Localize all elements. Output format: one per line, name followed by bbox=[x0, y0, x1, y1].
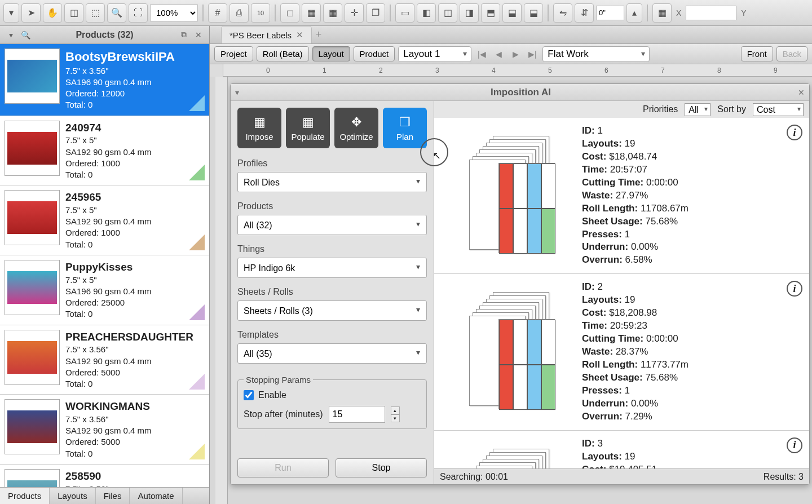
products-select[interactable]: All (32) bbox=[237, 215, 427, 235]
priorities-label: Priorities bbox=[643, 104, 678, 114]
results-count: Results: 3 bbox=[764, 472, 804, 482]
collapse-icon[interactable]: ▾ bbox=[235, 88, 239, 97]
next-icon[interactable]: ▶ bbox=[509, 47, 522, 61]
pointer-tool-icon[interactable]: ➤ bbox=[21, 3, 41, 23]
product-list[interactable]: BootsyBrewskiIPA 7.5" x 3.56" SA196 90 g… bbox=[0, 44, 209, 487]
flip-h-icon[interactable]: ⇋ bbox=[553, 3, 572, 23]
dropdown-menu-icon[interactable]: ▾ bbox=[3, 3, 19, 23]
rotation-input[interactable] bbox=[596, 6, 624, 20]
layout-button[interactable]: Layout bbox=[312, 46, 350, 61]
left-tab-layouts[interactable]: Layouts bbox=[50, 488, 96, 504]
sheets-select[interactable]: Sheets / Rolls (3) bbox=[237, 300, 427, 321]
back-button[interactable]: Back bbox=[776, 46, 807, 61]
product-item[interactable]: 240974 7.5" x 5" SA192 90 gsm 0.4 mm Ord… bbox=[0, 116, 209, 186]
cross-icon[interactable]: ✛ bbox=[345, 3, 364, 23]
detach-icon[interactable]: ⧉ bbox=[179, 30, 189, 40]
align-top-icon[interactable]: ⬒ bbox=[481, 3, 500, 23]
populate-button[interactable]: ▦Populate bbox=[286, 108, 330, 148]
document-tab[interactable]: *PS Beer Labels ✕ bbox=[221, 26, 312, 43]
enable-checkbox-row[interactable]: Enable bbox=[244, 390, 421, 400]
profiles-select[interactable]: Roll Dies bbox=[237, 172, 427, 192]
chevron-down-icon[interactable]: ▾ bbox=[6, 30, 16, 40]
impose-button[interactable]: ▦Impose bbox=[237, 108, 281, 148]
stop-button[interactable]: Stop bbox=[336, 458, 427, 478]
rotation-stepper[interactable]: ▴ bbox=[626, 3, 642, 23]
measure-tool-icon[interactable]: ⬚ bbox=[86, 3, 105, 23]
close-icon[interactable]: ✕ bbox=[193, 30, 204, 40]
hash-icon[interactable]: # bbox=[208, 3, 227, 23]
result-info: ID: 1 Layouts: 19 Cost: $18,048.74 Time:… bbox=[582, 125, 787, 267]
search-icon[interactable]: 🔍 bbox=[20, 30, 30, 40]
align-center-icon[interactable]: ◫ bbox=[438, 3, 457, 23]
ruler-tick: 9 bbox=[774, 67, 778, 74]
left-tab-automate[interactable]: Automate bbox=[130, 488, 182, 504]
left-tab-files[interactable]: Files bbox=[96, 488, 130, 504]
product-item[interactable]: PREACHERSDAUGHTER 7.5" x 3.56" SA192 90 … bbox=[0, 325, 209, 395]
info-icon[interactable]: i bbox=[787, 281, 802, 297]
select-box-icon[interactable]: ◻ bbox=[280, 3, 299, 23]
result-item[interactable]: ID: 1 Layouts: 19 Cost: $18,048.74 Time:… bbox=[434, 118, 809, 274]
left-tab-products[interactable]: Products bbox=[0, 488, 50, 504]
results-list[interactable]: ID: 1 Layouts: 19 Cost: $18,048.74 Time:… bbox=[434, 118, 809, 468]
camera-icon[interactable]: ⎙ bbox=[230, 3, 249, 23]
product-item[interactable]: 258590 7.5" x 3.56" bbox=[0, 465, 209, 487]
crop-tool-icon[interactable]: ◫ bbox=[64, 3, 83, 23]
align-right-icon[interactable]: ◨ bbox=[460, 3, 479, 23]
zoom-tool-icon[interactable]: 🔍 bbox=[107, 3, 126, 23]
things-select[interactable]: HP Indigo 6k bbox=[237, 258, 427, 278]
product-thumbnail bbox=[5, 330, 60, 385]
run-button[interactable]: Run bbox=[237, 458, 329, 478]
align-mid-icon[interactable]: ⬓ bbox=[502, 3, 522, 23]
align-bot-icon[interactable]: ⬓ bbox=[524, 3, 543, 23]
flip-v-icon[interactable]: ⇵ bbox=[575, 3, 594, 23]
layout-select[interactable]: Layout 1 bbox=[398, 46, 471, 62]
fit-tool-icon[interactable]: ⛶ bbox=[129, 3, 148, 23]
product-item[interactable]: PuppyKisses 7.5" x 5" SA196 90 gsm 0.4 m… bbox=[0, 255, 209, 325]
align-left-icon[interactable]: ◧ bbox=[417, 3, 436, 23]
ruler-tick: 1 bbox=[323, 67, 326, 74]
zoom-select[interactable]: 100% bbox=[150, 5, 198, 21]
sort-select[interactable]: Cost bbox=[753, 103, 804, 116]
enable-checkbox[interactable] bbox=[244, 390, 254, 400]
results-column: Priorities All Sort by Cost ID: 1 Layout… bbox=[434, 101, 809, 484]
optimize-button[interactable]: ✥Optimize bbox=[334, 108, 378, 148]
color-marker-icon bbox=[189, 95, 205, 111]
last-icon[interactable]: ▶| bbox=[526, 47, 539, 61]
close-icon[interactable]: ✕ bbox=[798, 88, 805, 97]
products-panel: ▾ 🔍 Products (32) ⧉ ✕ BootsyBrewskiIPA 7… bbox=[0, 26, 210, 504]
hand-tool-icon[interactable]: ✋ bbox=[43, 3, 62, 23]
priorities-select[interactable]: All bbox=[685, 103, 710, 116]
templates-select[interactable]: All (35) bbox=[237, 343, 427, 364]
result-item[interactable]: ID: 3 Layouts: 19 Cost: $19,405.51 Time:… bbox=[434, 431, 809, 468]
info-icon[interactable]: i bbox=[787, 437, 802, 453]
product-item[interactable]: BootsyBrewskiIPA 7.5" x 3.56" SA196 90 g… bbox=[0, 44, 209, 116]
front-button[interactable]: Front bbox=[741, 46, 773, 61]
project-button[interactable]: Project bbox=[214, 46, 253, 61]
grid3-icon[interactable]: ▦ bbox=[652, 3, 672, 23]
ten-icon[interactable]: 10 bbox=[251, 3, 270, 23]
x-input[interactable] bbox=[686, 6, 736, 20]
plan-button[interactable]: ❐Plan bbox=[383, 108, 427, 148]
panel-header[interactable]: ▾ Imposition AI ✕ bbox=[231, 84, 809, 101]
grid-small-icon[interactable]: ▦ bbox=[302, 3, 321, 23]
stack-icon[interactable]: ❐ bbox=[366, 3, 385, 23]
minutes-stepper[interactable]: ▴ ▾ bbox=[391, 406, 400, 422]
work-select[interactable]: Flat Work bbox=[542, 46, 650, 62]
info-icon[interactable]: i bbox=[787, 125, 802, 140]
ruler-tick: 3 bbox=[435, 67, 439, 74]
product-button[interactable]: Product bbox=[354, 46, 395, 61]
product-item[interactable]: 245965 7.5" x 5" SA192 90 gsm 0.4 mm Ord… bbox=[0, 185, 209, 255]
stepper-up-icon[interactable]: ▴ bbox=[391, 406, 400, 414]
product-item[interactable]: WORKINGMANS 7.5" x 3.56" SA192 90 gsm 0.… bbox=[0, 395, 209, 465]
roll-button[interactable]: Roll (Beta) bbox=[257, 46, 309, 61]
close-icon[interactable]: ✕ bbox=[296, 30, 303, 40]
result-item[interactable]: ID: 2 Layouts: 19 Cost: $18,208.98 Time:… bbox=[434, 274, 809, 430]
horizontal-ruler: 0123456789 bbox=[210, 64, 812, 77]
first-icon[interactable]: |◀ bbox=[475, 47, 488, 61]
add-tab-button[interactable]: + bbox=[312, 29, 325, 41]
prev-icon[interactable]: ◀ bbox=[492, 47, 505, 61]
grid-large-icon[interactable]: ▦ bbox=[323, 3, 342, 23]
stepper-down-icon[interactable]: ▾ bbox=[391, 414, 400, 422]
rect-icon[interactable]: ▭ bbox=[395, 3, 414, 23]
stop-after-input[interactable] bbox=[329, 406, 385, 423]
